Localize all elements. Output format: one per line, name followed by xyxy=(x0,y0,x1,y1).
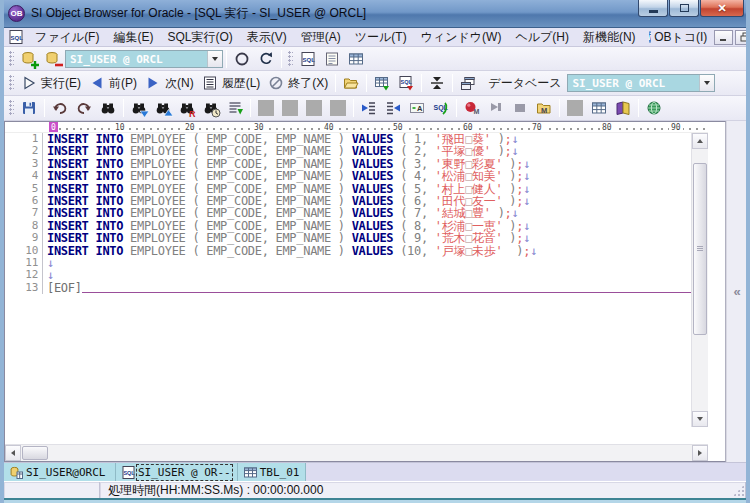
terminate-label: 終了(X) xyxy=(288,75,328,92)
svg-text:SQL: SQL xyxy=(123,470,135,476)
sql-window-icon: SQL xyxy=(300,51,316,67)
toolbar-grip[interactable] xyxy=(9,100,14,116)
find-next-button[interactable] xyxy=(127,97,151,119)
menu-help[interactable]: ヘルプ(H) xyxy=(508,28,576,47)
sql-editor[interactable]: 0 10 20 30 40 50 60 70 80 90 1INSERT INT… xyxy=(4,121,726,462)
find-history-icon xyxy=(203,100,219,116)
history-button[interactable]: 履歴(L) xyxy=(198,72,265,94)
menu-file[interactable]: ファイル(F) xyxy=(28,28,106,47)
code-area[interactable]: 1INSERT INTO EMPLOYEE ( EMP_CODE, EMP_NA… xyxy=(5,133,708,444)
unindent-button[interactable] xyxy=(357,97,381,119)
find-history-button[interactable] xyxy=(199,97,223,119)
scroll-left-button[interactable] xyxy=(5,445,21,461)
session-combo[interactable]: SI_USER @ ORCL xyxy=(65,50,223,68)
save-button[interactable] xyxy=(17,97,41,119)
vertical-scrollbar[interactable] xyxy=(691,133,708,427)
goto-line-button[interactable] xyxy=(223,97,247,119)
toolbar-grip[interactable] xyxy=(9,75,14,91)
result-grid-button[interactable] xyxy=(587,97,611,119)
replace-button[interactable]: R xyxy=(175,97,199,119)
separator xyxy=(226,50,227,68)
menu-manage[interactable]: 管理(A) xyxy=(294,28,348,47)
menu-new-features[interactable]: 新機能(N) xyxy=(576,28,643,47)
indent-button[interactable] xyxy=(381,97,405,119)
menu-obtoko[interactable]: OBトコ(I) xyxy=(652,28,714,47)
find-button[interactable] xyxy=(96,97,120,119)
tab-session[interactable]: SI_USER@ORCL xyxy=(4,463,116,481)
export-sql-button[interactable]: SQL xyxy=(394,72,418,94)
code-line[interactable]: 12↓ xyxy=(5,269,708,281)
tab-sql-window[interactable]: SQL SI_USER @ OR-- xyxy=(116,463,238,481)
toolbar-grip[interactable] xyxy=(288,51,293,67)
scroll-down-button[interactable] xyxy=(692,411,708,427)
column-ruler: 0 10 20 30 40 50 60 70 80 90 xyxy=(5,122,708,133)
comment-icon: A xyxy=(409,100,425,116)
session-combo-arrow[interactable] xyxy=(207,51,222,67)
menu-window[interactable]: ウィンドウ(W) xyxy=(414,28,509,47)
minimize-icon xyxy=(649,10,658,13)
tab-table[interactable]: TBL_01 xyxy=(238,463,307,481)
window-layout-button[interactable] xyxy=(456,72,480,94)
open-grid-button[interactable] xyxy=(344,48,368,70)
app-icon: OB xyxy=(8,5,25,22)
redo-button[interactable] xyxy=(72,97,96,119)
sql-format-icon: SQL xyxy=(433,100,449,116)
mdi-minimize-button[interactable] xyxy=(714,30,733,45)
binoculars-icon xyxy=(100,100,116,116)
menu-sql-exec[interactable]: SQL実行(O) xyxy=(160,28,239,47)
bookmark-list-button[interactable]: M xyxy=(532,97,556,119)
collapse-panel-button[interactable]: « xyxy=(733,284,739,299)
menu-edit[interactable]: 編集(E) xyxy=(106,28,160,47)
menu-tools[interactable]: ツール(T) xyxy=(348,28,414,47)
prev-sql-button[interactable]: 前(P) xyxy=(85,72,141,94)
run-button[interactable]: 実行(E) xyxy=(17,72,85,94)
open-script-button[interactable] xyxy=(320,48,344,70)
triangle-down-icon xyxy=(697,417,703,421)
horizontal-scroll-thumb[interactable] xyxy=(22,446,48,460)
next-icon xyxy=(145,75,161,91)
maximize-button[interactable] xyxy=(669,0,699,17)
toggle-bookmark-button[interactable]: M xyxy=(460,97,484,119)
separator xyxy=(366,74,367,92)
connect-session-button[interactable] xyxy=(17,48,41,70)
menu-view[interactable]: 表示(V) xyxy=(240,28,294,47)
undo-button[interactable] xyxy=(48,97,72,119)
next-sql-button[interactable]: 次(N) xyxy=(141,72,198,94)
ruler-mark: 70 xyxy=(530,122,544,133)
format-sql-button[interactable]: SQL xyxy=(429,97,453,119)
toolbar-grip[interactable] xyxy=(9,51,14,67)
vertical-scroll-thumb[interactable] xyxy=(693,163,707,335)
scroll-up-button[interactable] xyxy=(692,133,708,149)
disconnect-session-button[interactable] xyxy=(41,48,65,70)
svg-text:M: M xyxy=(541,106,547,115)
run-label: 実行(E) xyxy=(41,75,81,92)
code-line[interactable]: 10INSERT INTO EMPLOYEE ( EMP_CODE, EMP_N… xyxy=(5,245,708,257)
cancel-query-button[interactable] xyxy=(230,48,254,70)
process-time-text: 処理時間(HH:MM:SS.Ms) : 00:00:00.000 xyxy=(108,482,323,499)
separator xyxy=(335,74,336,92)
options-button[interactable] xyxy=(642,97,666,119)
toggle-split-button[interactable] xyxy=(425,72,449,94)
object-list-button[interactable] xyxy=(611,97,635,119)
export-grid-button[interactable] xyxy=(370,72,394,94)
comment-button[interactable]: A xyxy=(405,97,429,119)
window-icon xyxy=(460,75,476,91)
line-number: 9 xyxy=(5,232,43,244)
code-line[interactable]: 11↓ xyxy=(5,257,708,269)
run-icon xyxy=(21,75,37,91)
open-sql-window-button[interactable]: SQL xyxy=(296,48,320,70)
minimize-button[interactable] xyxy=(638,0,668,17)
history-label: 履歴(L) xyxy=(222,75,261,92)
scroll-right-button[interactable] xyxy=(692,445,708,461)
find-prev-button[interactable] xyxy=(151,97,175,119)
terminate-button[interactable]: 終了(X) xyxy=(264,72,332,94)
mdi-restore-button[interactable] xyxy=(735,30,750,45)
close-button[interactable]: ✕ xyxy=(700,0,744,17)
open-file-button[interactable] xyxy=(339,72,363,94)
horizontal-scrollbar[interactable] xyxy=(5,444,708,461)
unindent-icon xyxy=(361,100,377,116)
database-combo[interactable]: SI_USER @ ORCL xyxy=(567,74,715,92)
code-line[interactable]: 13[EOF] xyxy=(5,282,708,294)
refresh-button[interactable] xyxy=(254,48,278,70)
database-combo-arrow[interactable] xyxy=(699,75,714,91)
